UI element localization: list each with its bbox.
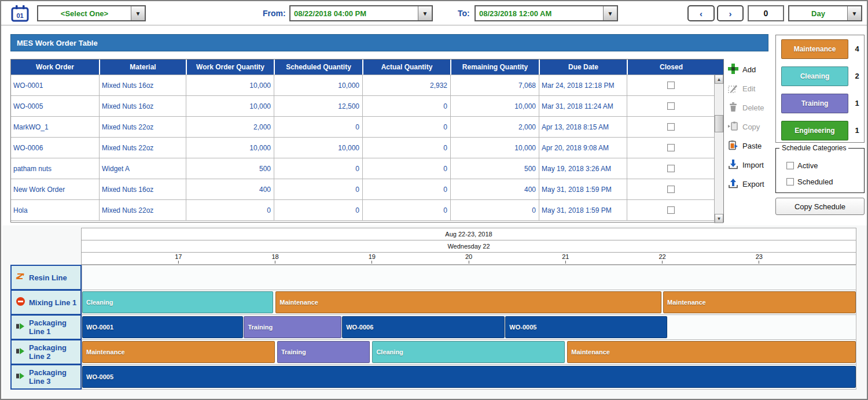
closed-checkbox[interactable]: [667, 144, 675, 151]
table-row[interactable]: WO-0001Mixed Nuts 16oz10,00010,0002,9327…: [11, 75, 723, 95]
calendar-icon[interactable]: 01: [10, 4, 30, 23]
gantt-resource-label[interactable]: Mixing Line 1: [10, 290, 82, 315]
schedule-block-cleaning[interactable]: Cleaning: [372, 341, 565, 363]
schedule-block-maintenance[interactable]: Maintenance: [567, 341, 856, 363]
schedule-block-workorder[interactable]: WO-0005: [505, 316, 667, 338]
copy-schedule-button[interactable]: Copy Schedule: [775, 198, 865, 215]
closed-checkbox[interactable]: [667, 82, 675, 89]
table-header-cell: Remaining Quantity: [450, 60, 539, 75]
gantt-resource-name: Resin Line: [29, 273, 67, 282]
schedule-select-dropdown[interactable]: <Select One>: [37, 5, 146, 21]
paste-button[interactable]: Paste: [728, 136, 773, 155]
table-header-cell: Closed: [627, 60, 715, 75]
work-order-cell: MarkWO_1: [11, 117, 99, 137]
table-row[interactable]: WO-0006Mixed Nuts 22oz10,00010,000010,00…: [11, 137, 723, 158]
actual-quantity-cell: 0: [362, 158, 450, 179]
category-count-cleaning: 2: [851, 72, 863, 80]
hour-tick: [565, 261, 566, 264]
from-label: From:: [263, 9, 286, 18]
copy-button: Copy: [728, 117, 773, 136]
gantt-hour-label: 19: [369, 253, 376, 264]
gantt-header: Aug 22-23, 2018 Wednesday 22 17181920212…: [81, 228, 856, 265]
category-button-training[interactable]: Training: [781, 94, 848, 113]
gantt-resource-name: Mixing Line 1: [29, 298, 76, 307]
to-datetime-field[interactable]: 08/23/2018 12:00 AM: [475, 5, 618, 21]
scheduled-checkbox[interactable]: [786, 178, 794, 186]
remaining-quantity-cell: 7,068: [450, 75, 539, 95]
running-icon: [16, 346, 25, 358]
prev-period-button[interactable]: ‹: [687, 5, 715, 21]
scheduled-checkbox-row[interactable]: Scheduled: [786, 177, 833, 186]
scroll-down-icon[interactable]: [715, 214, 723, 223]
stopped-icon: [16, 297, 25, 308]
schedule-block-workorder[interactable]: WO-0006: [342, 316, 505, 338]
copy-button-label: Copy: [742, 123, 760, 131]
chevron-down-icon[interactable]: [131, 6, 145, 20]
schedule-block-maintenance[interactable]: Maintenance: [275, 291, 661, 313]
schedule-block-workorder[interactable]: WO-0005: [82, 366, 856, 388]
delete-icon: [728, 102, 738, 114]
closed-checkbox[interactable]: [667, 186, 675, 193]
gantt-resource-label[interactable]: Packaging Line 1: [10, 314, 82, 340]
schedule-block-maintenance[interactable]: Maintenance: [82, 341, 275, 363]
top-toolbar: 01 <Select One> From: 08/22/2018 04:00 P…: [1, 1, 867, 25]
material-cell: Mixed Nuts 16oz: [99, 96, 186, 116]
schedule-block-cleaning[interactable]: Cleaning: [82, 291, 273, 313]
scroll-up-icon[interactable]: [715, 75, 723, 84]
chevron-down-icon[interactable]: [847, 6, 861, 20]
material-cell: Mixed Nuts 16oz: [99, 75, 186, 95]
closed-cell: [627, 158, 715, 179]
interval-dropdown[interactable]: Day: [788, 5, 862, 21]
category-button-engineering[interactable]: Engineering: [781, 121, 848, 140]
copy-icon: [728, 121, 738, 134]
work-order-cell: WO-0005: [11, 96, 99, 116]
closed-checkbox[interactable]: [667, 102, 675, 110]
closed-checkbox[interactable]: [667, 206, 675, 214]
schedule-block-training[interactable]: Training: [244, 316, 341, 338]
work-order-cell: Hola: [11, 200, 99, 220]
gantt-hour-label: 23: [756, 253, 763, 264]
paste-icon: [728, 140, 738, 153]
next-period-button[interactable]: ›: [717, 5, 744, 21]
add-button[interactable]: Add: [728, 60, 773, 79]
gantt-resource-label[interactable]: Packaging Line 2: [10, 339, 82, 365]
table-row[interactable]: New Work OrderMixed Nuts 16oz40000400May…: [11, 179, 723, 199]
schedule-block-training[interactable]: Training: [277, 341, 370, 363]
chevron-down-icon[interactable]: [418, 6, 432, 20]
active-checkbox[interactable]: [786, 162, 794, 169]
gantt-day-label: Wednesday 22: [82, 240, 856, 253]
gantt-hour-label: 20: [465, 253, 472, 264]
gantt-resource-label[interactable]: Resin Line: [10, 265, 82, 290]
active-checkbox-row[interactable]: Active: [786, 161, 818, 170]
export-button[interactable]: Export: [728, 175, 773, 194]
table-row[interactable]: patham nutsWidget A50000500May 19, 2018 …: [11, 158, 723, 179]
import-button[interactable]: Import: [728, 155, 773, 175]
gantt-resource-name: Packaging Line 3: [29, 368, 80, 386]
table-row[interactable]: HolaMixed Nuts 22oz0000May 31, 2018 1:59…: [11, 199, 723, 220]
schedule-block-workorder[interactable]: WO-0001: [82, 316, 243, 338]
edit-button: Edit: [728, 79, 773, 98]
table-row[interactable]: WO-0005Mixed Nuts 16oz10,00012,500010,00…: [11, 95, 723, 116]
gantt-hour-label: 21: [562, 253, 569, 264]
scrollbar-thumb[interactable]: [715, 115, 723, 132]
hour-tick: [275, 261, 275, 264]
schedule-categories-title: Schedule Categories: [779, 144, 848, 152]
closed-checkbox[interactable]: [667, 123, 675, 131]
work-order-cell: WO-0001: [11, 75, 99, 95]
import-icon: [728, 159, 738, 172]
offset-input[interactable]: 0: [748, 5, 784, 21]
chevron-down-icon[interactable]: [603, 6, 617, 20]
table-row[interactable]: MarkWO_1Mixed Nuts 22oz2,000002,000Apr 1…: [11, 116, 723, 137]
schedule-block-maintenance[interactable]: Maintenance: [663, 291, 856, 313]
gantt-track: [82, 265, 856, 290]
svg-text:01: 01: [16, 12, 23, 19]
from-datetime-field[interactable]: 08/22/2018 04:00 PM: [289, 5, 433, 21]
closed-checkbox[interactable]: [667, 165, 675, 172]
edit-icon: [728, 83, 738, 95]
gantt-resource-label[interactable]: Packaging Line 3: [10, 364, 82, 390]
mes-scheduler-window: 01 <Select One> From: 08/22/2018 04:00 P…: [0, 0, 868, 400]
table-scrollbar[interactable]: [714, 75, 723, 223]
idle-icon: [16, 272, 25, 283]
category-button-cleaning[interactable]: Cleaning: [781, 66, 848, 86]
category-button-maintenance[interactable]: Maintenance: [781, 39, 848, 59]
